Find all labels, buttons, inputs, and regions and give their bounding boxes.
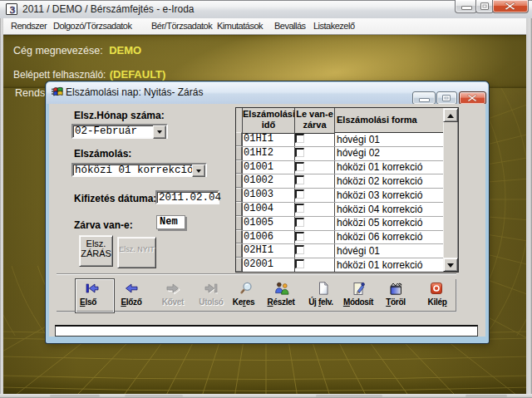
svg-text:3: 3 <box>10 4 15 16</box>
